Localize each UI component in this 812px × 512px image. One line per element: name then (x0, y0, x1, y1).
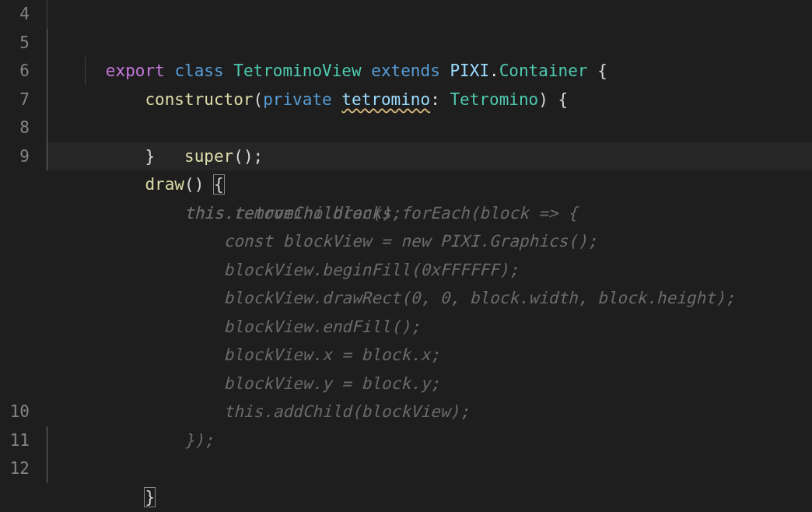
code-line[interactable]: } (47, 86, 812, 114)
code-line-ghost[interactable]: blockView.x = block.x; (47, 313, 812, 342)
code-line-ghost[interactable]: this.addChild(blockView); (47, 370, 812, 398)
line-number: 7 (0, 86, 30, 114)
line-number: 6 (0, 57, 30, 86)
code-line-ghost[interactable]: blockView.beginFill(0xFFFFFF); (47, 227, 812, 256)
code-line-ghost[interactable]: blockView.y = block.y; (47, 341, 812, 370)
code-line[interactable]: export class TetrominoView extends PIXI.… (47, 0, 812, 29)
code-line[interactable]: super(); (47, 57, 812, 86)
code-line-ghost[interactable]: blockView.drawRect(0, 0, block.width, bl… (47, 256, 812, 285)
line-number (0, 370, 30, 398)
line-number (0, 284, 30, 313)
line-number-gutter: 4 5 6 7 8 9 10 11 12 (0, 0, 47, 512)
code-line-ghost[interactable]: const blockView = new PIXI.Graphics(); (47, 199, 812, 228)
line-number (0, 199, 30, 228)
line-number: 10 (0, 398, 30, 426)
line-number: 11 (0, 426, 30, 455)
line-number: 8 (0, 114, 30, 142)
line-number: 5 (0, 29, 30, 58)
code-line[interactable] (47, 454, 812, 483)
line-number (0, 313, 30, 342)
code-line-ghost[interactable]: this.tetromino.blocks.forEach(block => { (47, 170, 812, 199)
code-line[interactable]: } (47, 483, 812, 512)
line-number (0, 227, 30, 256)
code-line[interactable]: draw() { (47, 114, 812, 142)
code-line-ghost[interactable]: blockView.endFill(); (47, 284, 812, 313)
line-number (0, 341, 30, 370)
code-editor[interactable]: 4 5 6 7 8 9 10 11 12 export class Tetrom… (0, 0, 812, 512)
line-number: 4 (0, 0, 30, 29)
code-line[interactable]: } (47, 426, 812, 455)
line-number: 9 (0, 142, 30, 171)
code-area[interactable]: export class TetrominoView extends PIXI.… (47, 0, 812, 512)
line-number (0, 170, 30, 199)
line-number: 12 (0, 454, 30, 483)
code-line-ghost[interactable]: }); (47, 398, 812, 426)
line-number (0, 256, 30, 285)
code-line-current[interactable]: this.removeChildren(); (47, 142, 812, 171)
code-line[interactable]: constructor(private tetromino: Tetromino… (47, 29, 812, 58)
